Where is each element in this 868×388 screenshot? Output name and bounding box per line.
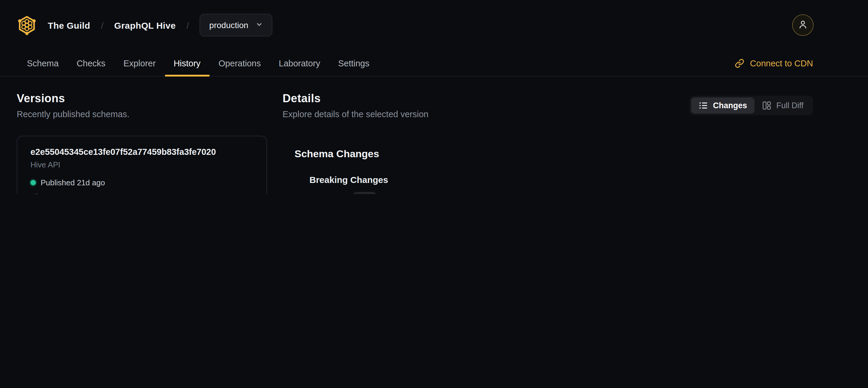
details-title: Details (283, 91, 428, 106)
change-item: TypeLabwas removed (319, 192, 813, 194)
tab-operations[interactable]: Operations (209, 50, 270, 76)
full-diff-view-button[interactable]: Full Diff (755, 97, 811, 114)
tab-label: Operations (218, 58, 261, 68)
tab-schema[interactable]: Schema (18, 50, 67, 76)
versions-panel: Versions Recently published schemas. e2e… (17, 91, 267, 194)
chevron-down-icon (255, 20, 262, 30)
tab-label: Explorer (123, 58, 156, 68)
breadcrumb-separator: / (101, 20, 103, 30)
code-chip: Lab (353, 192, 376, 194)
connect-to-cdn-link[interactable]: Connect to CDN (735, 50, 813, 76)
changes-view-button[interactable]: Changes (691, 97, 755, 114)
person-icon (798, 19, 808, 31)
tab-checks[interactable]: Checks (67, 50, 115, 76)
published-status-dot (30, 180, 36, 185)
details-header: Details Explore details of the selected … (283, 91, 813, 120)
breaking-changes-list: TypeLabwas removedFieldlabwas removed fr… (319, 192, 813, 194)
breaking-changes-group: Breaking Changes TypeLabwas removedField… (294, 174, 813, 194)
external-link-icon (30, 193, 38, 194)
tab-label: History (174, 58, 200, 68)
change-text: was removed (381, 194, 433, 194)
link-icon (735, 58, 745, 68)
breadcrumb-org[interactable]: The Guild (48, 20, 90, 30)
main-content: Versions Recently published schemas. e2e… (0, 77, 868, 194)
tab-laboratory[interactable]: Laboratory (270, 50, 329, 76)
changes-view-label: Changes (713, 101, 747, 110)
tab-explorer[interactable]: Explorer (115, 50, 164, 76)
graphql-hive-app: The Guild / GraphQL Hive / production Sc… (0, 0, 868, 194)
tabs: SchemaChecksExplorerHistoryOperationsLab… (18, 50, 378, 76)
version-service-label: Hive API (30, 160, 253, 170)
details-panel: Details Explore details of the selected … (283, 91, 813, 194)
versions-title: Versions (17, 91, 267, 106)
tab-label: Checks (76, 58, 105, 68)
change-text: Type (330, 194, 348, 194)
git-commit-link[interactable]: associated with Git commit (43, 192, 135, 194)
schema-changes-section: Schema Changes Breaking Changes TypeLabw… (294, 148, 813, 194)
schema-changes-title: Schema Changes (294, 148, 813, 161)
breadcrumb: The Guild / GraphQL Hive / production (17, 14, 272, 36)
breaking-changes-title: Breaking Changes (309, 174, 813, 186)
details-titles: Details Explore details of the selected … (283, 91, 428, 120)
hive-logo-icon[interactable] (17, 15, 37, 35)
published-time-label: Published 21d ago (41, 178, 105, 187)
tab-history[interactable]: History (164, 50, 209, 76)
tab-label: Schema (27, 58, 59, 68)
view-toggle: Changes Full Diff (690, 96, 813, 115)
connect-to-cdn-label: Connect to CDN (750, 58, 813, 68)
split-panes-icon (763, 101, 772, 110)
details-subtitle: Explore details of the selected version (283, 109, 428, 120)
tab-bar: SchemaChecksExplorerHistoryOperationsLab… (0, 50, 868, 77)
versions-subtitle: Recently published schemas. (17, 109, 267, 120)
user-avatar[interactable] (792, 14, 814, 36)
target-selector-dropdown[interactable]: production (200, 14, 272, 36)
version-hash: e2e55045345ce13fe07f52a77459b83fa3fe7020 (30, 147, 253, 158)
full-diff-view-label: Full Diff (776, 101, 804, 110)
top-bar: The Guild / GraphQL Hive / production (0, 0, 868, 50)
target-selector-value: production (209, 20, 249, 30)
tab-label: Settings (338, 58, 370, 68)
tab-settings[interactable]: Settings (329, 50, 378, 76)
breadcrumb-project[interactable]: GraphQL Hive (114, 20, 176, 30)
versions-list: e2e55045345ce13fe07f52a77459b83fa3fe7020… (17, 136, 267, 194)
tab-label: Laboratory (279, 58, 320, 68)
version-card[interactable]: e2e55045345ce13fe07f52a77459b83fa3fe7020… (21, 140, 263, 194)
list-icon (699, 101, 708, 110)
breadcrumb-separator: / (186, 20, 189, 30)
